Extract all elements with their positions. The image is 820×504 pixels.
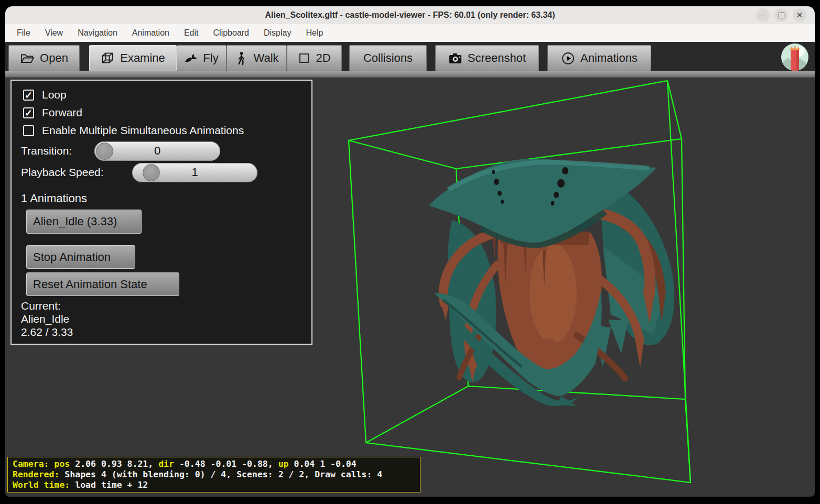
animations-label: Animations <box>580 51 638 65</box>
multi-animations-label: Enable Multiple Simultaneous Animations <box>42 124 244 137</box>
rendered-value: Shapes 4 (with blending: 0) / 4, Scenes:… <box>64 469 382 479</box>
screenshot-label: Screenshot <box>468 51 526 65</box>
current-animation-time: 2.62 / 3.33 <box>21 326 73 338</box>
worldtime-value: load time + 12 <box>75 480 148 490</box>
animations-panel-button[interactable]: Animations <box>547 45 651 71</box>
window-title: Alien_Scolitex.gltf - castle-model-viewe… <box>5 6 815 24</box>
camera-pos-value: 2.06 0.93 8.21, <box>75 459 158 469</box>
status-camera-line: Camera: pos 2.06 0.93 8.21, dir -0.48 -0… <box>13 459 415 469</box>
playback-speed-value: 1 <box>132 163 257 182</box>
examine-label: Examine <box>120 51 165 65</box>
rendered-keyword: Rendered: <box>13 469 64 479</box>
menu-view[interactable]: View <box>38 24 70 42</box>
fly-mode-button[interactable]: Fly <box>177 45 226 71</box>
camera-icon <box>448 52 462 64</box>
loop-checkbox[interactable]: ✓ <box>23 90 34 101</box>
walk-person-icon <box>234 51 248 65</box>
2d-label: 2D <box>316 51 330 65</box>
forward-label: Forward <box>42 106 82 119</box>
dir-value: -0.48 -0.01 -0.88, <box>179 459 278 469</box>
menu-file[interactable]: File <box>9 24 38 42</box>
camera-keyword: Camera: pos <box>13 459 75 469</box>
transition-label: Transition: <box>21 145 72 157</box>
play-circle-icon <box>561 51 575 65</box>
transition-value: 0 <box>94 141 220 161</box>
stop-animation-button[interactable]: Stop Animation <box>26 245 135 269</box>
status-rendered-line: Rendered: Shapes 4 (with blending: 0) / … <box>13 469 415 480</box>
status-bar: Camera: pos 2.06 0.93 8.21, dir -0.48 -0… <box>7 457 420 492</box>
collisions-toggle-button[interactable]: Collisions <box>349 45 427 71</box>
dir-keyword: dir <box>158 459 179 469</box>
animation-item-button[interactable]: Alien_Idle (3.33) <box>26 210 142 234</box>
maximize-button[interactable] <box>774 8 788 22</box>
worldtime-keyword: World time: <box>13 480 75 490</box>
current-animation-name: Alien_Idle <box>21 313 69 325</box>
forward-checkbox[interactable]: ✓ <box>23 107 34 118</box>
walk-label: Walk <box>253 51 278 65</box>
alien-model <box>429 159 674 407</box>
menu-clipboard[interactable]: Clipboard <box>206 24 256 42</box>
examine-cube-icon <box>101 51 115 65</box>
walk-mode-button[interactable]: Walk <box>226 45 287 71</box>
playback-speed-slider[interactable]: 1 <box>132 163 257 182</box>
up-keyword: up <box>278 459 294 469</box>
animations-panel: ✓ Loop ✓ Forward Enable Multiple Simulta… <box>10 80 312 345</box>
fly-label: Fly <box>203 51 218 65</box>
examine-mode-button[interactable]: Examine <box>89 45 177 71</box>
reset-animation-button[interactable]: Reset Animation State <box>26 272 179 296</box>
2d-mode-button[interactable]: 2D <box>287 45 342 71</box>
animations-count-heading: 1 Animations <box>21 192 87 205</box>
multi-animations-checkbox[interactable] <box>23 125 34 136</box>
open-label: Open <box>40 51 68 65</box>
2d-square-icon <box>298 52 310 64</box>
open-folder-icon <box>20 51 35 65</box>
reset-animation-label: Reset Animation State <box>33 278 147 291</box>
fly-bird-icon <box>185 53 198 63</box>
screenshot-button[interactable]: Screenshot <box>435 45 539 71</box>
collisions-label: Collisions <box>363 51 413 65</box>
stop-animation-label: Stop Animation <box>33 250 111 264</box>
minimize-button[interactable]: — <box>756 8 770 22</box>
menu-animation[interactable]: Animation <box>125 24 177 42</box>
toolbar: Open Examine Fly <box>5 42 815 71</box>
menu-navigation[interactable]: Navigation <box>70 24 125 42</box>
animation-item-label: Alien_Idle (3.33) <box>33 215 117 228</box>
menu-edit[interactable]: Edit <box>177 24 206 42</box>
status-worldtime-line: World time: load time + 12 <box>13 480 415 490</box>
open-button[interactable]: Open <box>8 45 80 71</box>
current-label: Current: <box>21 300 61 312</box>
playback-speed-label: Playback Speed: <box>21 166 104 179</box>
menu-bar: File View Navigation Animation Edit Clip… <box>5 24 815 42</box>
menu-help[interactable]: Help <box>298 24 330 42</box>
menu-display[interactable]: Display <box>256 24 298 42</box>
transition-slider[interactable]: 0 <box>94 141 220 161</box>
desktop: Alien_Scolitex.gltf - castle-model-viewe… <box>0 0 820 504</box>
close-button[interactable]: ✕ <box>793 8 806 22</box>
toolbar-separator <box>5 71 815 78</box>
up-value: 0.04 1 -0.04 <box>294 459 356 469</box>
window: Alien_Scolitex.gltf - castle-model-viewe… <box>5 6 815 497</box>
castle-game-engine-logo-icon[interactable] <box>781 43 809 71</box>
title-bar[interactable]: Alien_Scolitex.gltf - castle-model-viewe… <box>5 6 815 24</box>
loop-label: Loop <box>42 89 67 101</box>
